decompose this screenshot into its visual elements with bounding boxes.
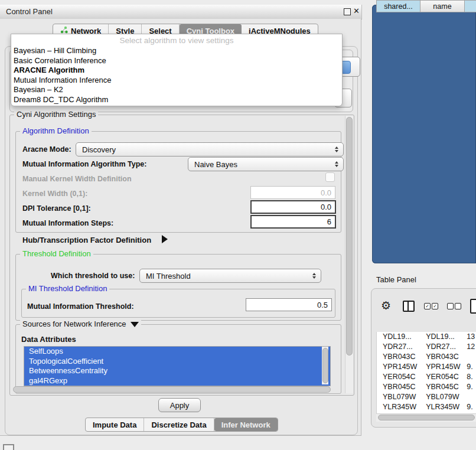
table-row[interactable]: YLR345WYLR345W9. (377, 402, 476, 412)
combo-stepper-icon (332, 161, 341, 167)
cyni-algorithm-settings-title: Cyni Algorithm Settings (14, 110, 98, 119)
mi-steps-label: Mutual Information Steps: (22, 219, 113, 227)
float-panel-icon[interactable] (344, 8, 351, 15)
mi-type-combo[interactable]: Naive Bayes (188, 157, 344, 171)
algorithm-option[interactable]: Bayesian – Hill Climbing (11, 46, 342, 56)
unchecked-box-icon[interactable] (447, 303, 454, 309)
table-cell[interactable]: YBR043C (420, 352, 464, 362)
table-rows: YDL19...YDL19...13YDR27...YDR27...12YBR0… (376, 332, 476, 414)
table-cell[interactable]: YDR27... (377, 342, 420, 352)
table-cell[interactable]: YDL19... (420, 332, 464, 342)
table-row[interactable]: YDL19...YDL19...13 (377, 332, 476, 342)
table-cell[interactable]: 9. (464, 362, 476, 372)
mi-type-label: Mutual Information Algorithm Type: (22, 160, 146, 168)
unchecked-box-icon[interactable] (455, 303, 461, 309)
table-cell[interactable]: YDR27... (420, 342, 464, 352)
control-panel-titlebar (0, 5, 362, 19)
table-cell[interactable]: 8. (464, 372, 476, 382)
settings-vscrollbar-thumb[interactable] (346, 117, 353, 356)
table-row[interactable]: YPR145WYPR145W9. (377, 362, 476, 372)
tab-discretize-data[interactable]: Discretize Data (144, 418, 214, 431)
column-header-name[interactable]: name (420, 0, 465, 12)
table-cell[interactable]: YLR345W (377, 402, 420, 412)
table-cell[interactable]: YER054C (420, 372, 464, 382)
table-cell[interactable]: 12 (464, 342, 476, 352)
table-cell[interactable]: 9. (464, 382, 476, 392)
column-header-shared[interactable]: shared... (376, 0, 420, 12)
tab-impute-data[interactable]: Impute Data (86, 418, 144, 431)
algorithm-option[interactable]: Bayesian – K2 (11, 85, 342, 95)
table-panel-title: Table Panel (376, 275, 416, 284)
mi-type-value: Naive Bayes (194, 160, 237, 169)
table-cell[interactable]: YER054C (377, 372, 420, 382)
data-attribute-item[interactable]: gal4RGexp (24, 376, 330, 386)
algorithm-option[interactable]: Dream8 DC_TDC Algorithm (11, 95, 342, 105)
checked-box-icon[interactable]: ✓ (424, 303, 431, 309)
manual-kernel-label: Manual Kernel Width Definition (22, 175, 132, 183)
table-cell[interactable]: YBL079W (377, 392, 420, 402)
tab-infer-network[interactable]: Infer Network (214, 418, 278, 431)
close-panel-icon[interactable]: ✕ (353, 6, 360, 15)
table-cell[interactable]: YBR043C (377, 352, 420, 362)
algorithm-options: Bayesian – Hill ClimbingBasic Correlatio… (11, 46, 342, 105)
cyni-bottom-tabs: Impute DataDiscretize DataInfer Network (85, 418, 278, 432)
aracne-mode-label: Aracne Mode: (22, 145, 71, 154)
algorithm-definition-title: Algorithm Definition (20, 127, 92, 135)
table-row[interactable]: YER054CYER054C8. (377, 372, 476, 382)
hub-definition-label[interactable]: Hub/Transcription Factor Definition (22, 236, 151, 244)
control-panel-title: Control Panel (6, 7, 53, 16)
checked-box-icon[interactable]: ✓ (432, 303, 438, 309)
dpi-tolerance-field[interactable]: 0.0 (250, 200, 336, 214)
which-threshold-label: Which threshold to use: (51, 272, 135, 280)
table-cell[interactable] (464, 392, 476, 402)
table-cell[interactable]: YPR145W (420, 362, 464, 372)
data-attribute-item[interactable]: TopologicalCoefficient (24, 357, 330, 367)
which-threshold-combo[interactable]: MI Threshold (139, 269, 321, 283)
grid-icon[interactable] (3, 444, 14, 450)
gear-icon[interactable]: ⚙ (381, 299, 391, 312)
manual-kernel-checkbox[interactable] (325, 172, 335, 182)
table-cell[interactable]: 13 (464, 332, 476, 342)
column-header-partial[interactable] (464, 0, 476, 12)
table-cell[interactable]: YBR045C (420, 382, 464, 392)
table-row[interactable]: YBR045CYBR045C9. (377, 382, 476, 392)
algorithm-option[interactable]: Basic Correlation Inference (11, 56, 342, 66)
sources-group-title: Sources for Network Inference (20, 320, 141, 328)
mi-steps-field[interactable]: 6 (250, 215, 336, 229)
data-attribute-item[interactable]: BetweennessCentrality (24, 366, 330, 376)
table-cell[interactable]: YBR045C (377, 382, 420, 392)
table-cell[interactable]: YPR145W (377, 362, 420, 372)
algorithm-option[interactable]: Mutual Information Inference (11, 76, 342, 86)
data-attribute-item[interactable]: SelfLoops (24, 347, 330, 357)
which-threshold-value: MI Threshold (146, 272, 191, 281)
network-view-window[interactable]: GALGAL80GAL10GAL1GAL11SWI4GAL4GCY1HAP4YH… (372, 5, 476, 263)
table-cell[interactable] (464, 352, 476, 362)
table-cell[interactable]: 9. (464, 402, 476, 412)
table-hscrollbar-thumb[interactable] (378, 415, 475, 420)
data-attributes-label: Data Attributes (21, 335, 76, 344)
table-cell[interactable]: YLR345W (420, 402, 464, 412)
data-attributes-list: SelfLoopsTopologicalCoefficientBetweenne… (24, 346, 331, 386)
apply-button[interactable]: Apply (158, 398, 201, 412)
table-row[interactable]: YDR27...YDR27...12 (377, 342, 476, 352)
sources-title-text: Sources for Network Inference (22, 319, 126, 328)
table-cell[interactable]: YDL19... (377, 332, 420, 342)
kernel-width-field[interactable]: 0.0 (250, 186, 335, 199)
table-cell[interactable]: YBL079W (420, 392, 464, 402)
algorithm-option[interactable]: ARACNE Algorithm (11, 66, 342, 76)
list-vscrollbar-thumb[interactable] (322, 348, 328, 383)
collapse-down-icon[interactable] (131, 322, 139, 327)
combo-stepper-icon (332, 146, 341, 152)
algorithm-dropdown-placeholder: Select algorithm to view settings (11, 34, 342, 46)
combo-stepper-icon (310, 273, 318, 279)
mi-threshold-group-title: MI Threshold Definition (26, 285, 109, 293)
dpi-tolerance-label: DPI Tolerance [0,1]: (22, 204, 91, 213)
table-row[interactable]: YBR043CYBR043C (377, 352, 476, 362)
page-icon[interactable] (470, 299, 476, 314)
settings-hscrollbar-thumb[interactable] (13, 386, 331, 393)
mi-threshold-field[interactable]: 0.5 (246, 298, 332, 311)
aracne-mode-combo[interactable]: Discovery (76, 142, 344, 156)
expand-right-icon[interactable] (162, 235, 168, 243)
table-row[interactable]: YBL079WYBL079W (377, 392, 476, 402)
split-view-icon[interactable] (403, 301, 415, 312)
